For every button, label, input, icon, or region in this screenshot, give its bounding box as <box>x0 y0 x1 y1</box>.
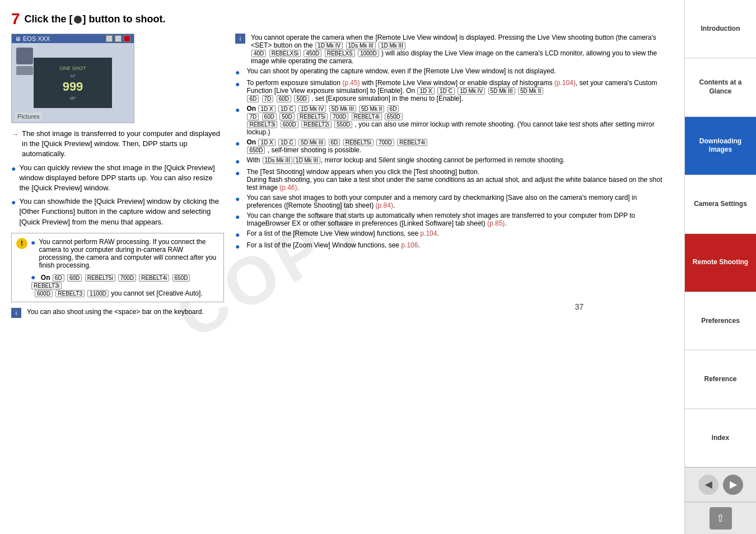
sidebar-label: Introduction <box>701 25 740 34</box>
camera-titlebar: 🖥 EOS XXX <box>12 34 134 43</box>
step-header: 7 Click the [] button to shoot. <box>11 11 673 27</box>
sidebar-item-reference[interactable]: Reference <box>685 350 756 409</box>
page-number: 37 <box>575 302 584 311</box>
sidebar-item-downloading[interactable]: Downloading Images <box>685 117 756 175</box>
tag: 60D <box>67 274 82 282</box>
warning-text: You cannot perform RAW processing. If yo… <box>39 238 219 269</box>
link-p104[interactable]: p.104 <box>420 229 437 237</box>
bullet-icon: ● <box>11 197 16 208</box>
sidebar-label: Remote Shooting <box>693 258 748 267</box>
sidebar-item-camera-settings[interactable]: Camera Settings <box>685 175 756 233</box>
note-3: ● To perform exposure simulation (p.45) … <box>235 79 673 102</box>
bullet-icon: ● <box>235 79 240 88</box>
tag: 50D <box>294 95 309 102</box>
camera-display: ONE SHOT AF 999 MF <box>34 58 112 108</box>
tag: 600D <box>35 290 53 297</box>
step-number: 7 <box>11 11 20 27</box>
bullet-text: The shot image is transferred to your co… <box>22 129 224 160</box>
note-6: ● With 1Ds Mk III1D Mk III, mirror locku… <box>235 156 673 166</box>
list-item: ● You can show/hide the [Quick Preview] … <box>11 196 224 227</box>
tag: 6D <box>53 274 64 282</box>
note-9: ● You can change the software that start… <box>235 212 673 227</box>
tag: 1D Mk IV <box>458 87 485 95</box>
link-p84[interactable]: (p.84) <box>376 202 393 209</box>
sidebar-item-index[interactable]: Index <box>685 409 756 467</box>
bullet-icon: ● <box>235 157 240 166</box>
tag: REBELT4i <box>352 113 382 120</box>
sidebar-item-contents[interactable]: Contents at a Glance <box>685 58 756 116</box>
tag: REBELT5i <box>85 274 115 282</box>
link-p106[interactable]: p.106 <box>401 241 418 249</box>
sidebar-label: Downloading Images <box>688 137 753 154</box>
info-icon: i <box>11 308 21 318</box>
tag: 5D Mk III <box>488 87 515 95</box>
list-item: ● You can quickly review the shot image … <box>11 163 224 194</box>
link-p45[interactable]: (p.45) <box>342 79 360 87</box>
tag: REBELT3i <box>31 282 62 289</box>
tag: 650D <box>172 274 190 282</box>
tag: 1100D <box>87 290 108 297</box>
sidebar-label: Index <box>712 434 729 443</box>
tag: 650D <box>385 113 403 120</box>
camera-body: ONE SHOT AF 999 MF Pictures <box>12 43 134 123</box>
link-p104[interactable]: (p.104) <box>554 79 576 87</box>
tag: 1Ds Mk III <box>263 157 292 164</box>
bullet-text: You can show/hide the [Quick Preview] wi… <box>19 196 224 227</box>
camera-title: EOS XXX <box>23 35 50 42</box>
tag: 60D <box>277 95 291 102</box>
warning-icon: ! <box>16 238 27 249</box>
tag: 1D Mk IV <box>315 42 343 49</box>
tag: REBELT5i <box>297 113 328 120</box>
tag: REBELT4i <box>397 139 427 146</box>
bullet-icon: ● <box>235 242 240 251</box>
tag: 1Ds Mk III <box>346 42 376 49</box>
link-p46[interactable]: (p.46) <box>279 184 297 191</box>
camera-mode: ONE SHOT <box>59 65 86 71</box>
tag: 700D <box>118 274 136 282</box>
tag: REBELT4i <box>139 274 169 282</box>
tag: 7D <box>262 95 274 102</box>
arrow-icon: → <box>11 129 18 139</box>
bottom-note-row: i You can also shoot using the <space> b… <box>11 308 224 318</box>
tag: 5D Mk II <box>518 87 543 95</box>
note-9-content: You can change the software that starts … <box>246 212 673 227</box>
sidebar-item-preferences[interactable]: Preferences <box>685 292 756 350</box>
next-button[interactable]: ▶ <box>723 475 743 495</box>
note-1-content: You cannot operate the camera when the [… <box>251 34 673 65</box>
note-11-content: For a list of the [Zoom View] Window fun… <box>246 241 419 249</box>
tag: REBELXSi <box>269 50 301 57</box>
tag: REBELT3i <box>247 121 277 128</box>
bullet-circle: ● <box>31 238 35 247</box>
sidebar-label: Preferences <box>701 317 740 326</box>
camera-counter: 999 <box>63 79 83 94</box>
tag: 5D Mk III <box>329 105 356 113</box>
link-p85[interactable]: (p.85) <box>487 219 505 227</box>
tag: 700D <box>376 139 394 146</box>
tag: 700D <box>330 113 348 120</box>
tag: REBELT5i <box>343 139 374 146</box>
tag: 1D C <box>437 87 455 95</box>
tag: 6D <box>329 139 340 146</box>
tag: 6D <box>247 95 259 102</box>
note-10-content: For a list of the [Remote Live View wind… <box>246 229 438 237</box>
sidebar-item-introduction[interactable]: Introduction <box>685 0 756 58</box>
warning-box: ! ● You cannot perform RAW processing. I… <box>11 233 224 302</box>
tag: 50D <box>279 113 294 120</box>
tag: 1000D <box>358 50 379 57</box>
tag: 1D Mk III <box>293 157 320 164</box>
tag: 1D X <box>258 105 275 113</box>
prev-button[interactable]: ◀ <box>698 475 718 495</box>
sidebar-nav-arrows: ◀ ▶ <box>685 467 756 502</box>
note-11: ● For a list of the [Zoom View] Window f… <box>235 241 673 251</box>
sidebar: Introduction Contents at a Glance Downlo… <box>684 0 756 534</box>
tag: REBELT3 <box>55 290 85 297</box>
note-10: ● For a list of the [Remote Live View wi… <box>235 229 673 239</box>
bullet-icon: ● <box>235 139 240 148</box>
sidebar-item-remote-shooting[interactable]: Remote Shooting <box>685 234 756 292</box>
note-7: ● The [Test Shooting] window appears whe… <box>235 168 673 191</box>
sidebar-label: Contents at a Glance <box>688 78 753 96</box>
home-icon[interactable]: ⇧ <box>710 507 732 530</box>
bullet-icon: ● <box>235 230 240 239</box>
left-bullet-list: → The shot image is transferred to your … <box>11 129 224 227</box>
note-text: You cannot operate the camera when the [… <box>251 34 656 49</box>
